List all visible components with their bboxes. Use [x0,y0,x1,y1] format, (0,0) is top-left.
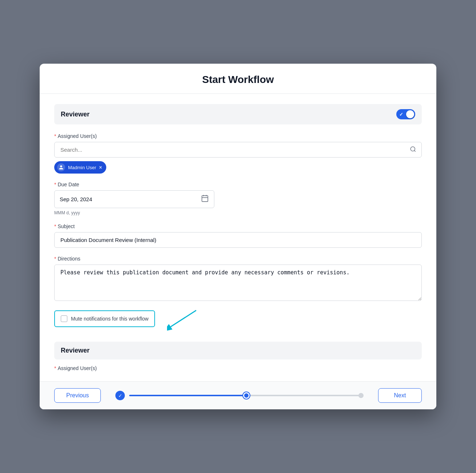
due-date-input[interactable]: Sep 20, 2024 [54,190,214,208]
arrow-annotation [167,307,200,332]
due-date-label: * Due Date [54,182,422,187]
due-date-group: * Due Date Sep 20, 2024 MMM d, yyyy [54,182,422,215]
modal-body: Reviewer ✓ * Assigned User(s) [40,94,436,381]
user-avatar-icon [57,163,65,171]
modal-header: Start Workflow [40,64,436,94]
progress-bar-filled [129,395,246,396]
user-remove-button[interactable]: × [99,164,102,170]
required-star-date: * [54,182,56,187]
date-format-hint: MMM d, yyyy [54,210,422,215]
svg-line-6 [171,310,196,327]
search-icon [410,146,416,154]
mute-notifications-wrapper[interactable]: Mute notifications for this workflow [54,310,155,327]
reviewer-section2-title: Reviewer [61,347,90,354]
required-star-section2: * [54,365,56,371]
toggle-check-icon: ✓ [399,112,403,117]
user-search-input[interactable] [55,142,421,157]
subject-group: * Subject [54,223,422,248]
assigned-users-label: * Assigned User(s) [54,133,422,139]
user-tag-name: Madmin User [68,165,96,170]
user-search-wrapper[interactable] [54,142,422,158]
previous-button[interactable]: Previous [54,388,101,403]
svg-point-0 [410,147,415,151]
reviewer-section-title: Reviewer [61,111,90,118]
progress-dot-active [243,392,250,399]
modal-container: Start Workflow Reviewer ✓ * Assigned Use… [40,64,436,409]
reviewer-section-header: Reviewer ✓ [54,104,422,124]
directions-label: * Directions [54,256,422,262]
directions-textarea[interactable]: Please review this publication document … [54,265,422,301]
required-star-subject: * [54,223,56,229]
reviewer-toggle[interactable]: ✓ [396,109,415,119]
directions-group: * Directions Please review this publicat… [54,256,422,302]
section2-assigned-label: * Assigned User(s) [54,365,422,371]
svg-rect-1 [202,196,208,202]
calendar-icon [201,194,209,204]
progress-track: ✓ [115,391,364,400]
subject-input[interactable] [54,232,422,248]
modal-footer: Previous ✓ Next [40,381,436,409]
required-star-users: * [54,133,56,139]
mute-notifications-label: Mute notifications for this workflow [71,316,148,322]
progress-check-icon: ✓ [115,391,125,400]
assigned-users-group: * Assigned User(s) Madmin Us [54,133,422,174]
mute-notifications-checkbox[interactable] [61,315,67,322]
progress-dot-inactive [358,393,364,398]
due-date-value: Sep 20, 2024 [60,196,92,202]
reviewer-section2-header: Reviewer [54,342,422,359]
required-star-directions: * [54,256,56,262]
modal-title: Start Workflow [54,74,422,86]
subject-label: * Subject [54,223,422,229]
selected-user-tag[interactable]: Madmin User × [54,161,106,174]
progress-bar-container [129,395,364,396]
toggle-knob [406,110,414,118]
next-button[interactable]: Next [378,388,422,403]
